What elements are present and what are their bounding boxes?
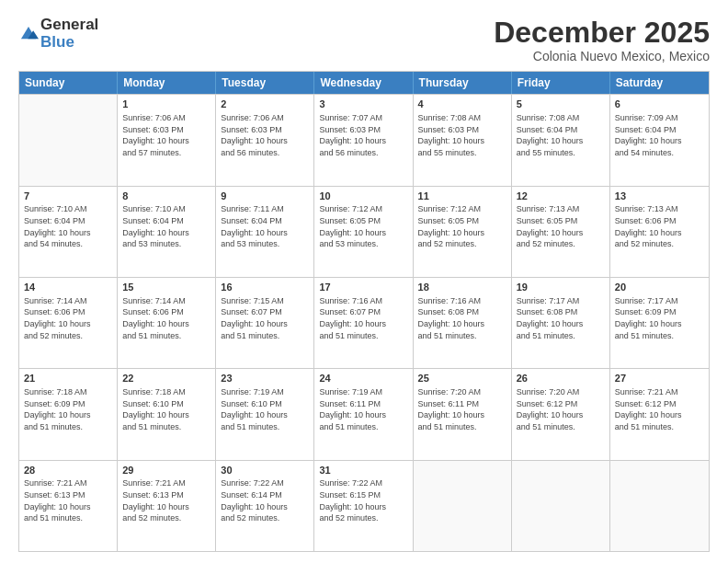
calendar-cell xyxy=(512,461,610,551)
calendar-cell: 12Sunrise: 7:13 AM Sunset: 6:05 PM Dayli… xyxy=(512,187,610,277)
calendar-cell: 21Sunrise: 7:18 AM Sunset: 6:09 PM Dayli… xyxy=(19,369,118,459)
cell-info: Sunrise: 7:08 AM Sunset: 6:04 PM Dayligh… xyxy=(517,112,605,158)
cell-info: Sunrise: 7:21 AM Sunset: 6:13 PM Dayligh… xyxy=(24,477,112,523)
calendar-cell: 26Sunrise: 7:20 AM Sunset: 6:12 PM Dayli… xyxy=(512,369,610,459)
calendar-cell xyxy=(19,95,118,185)
calendar-cell: 11Sunrise: 7:12 AM Sunset: 6:05 PM Dayli… xyxy=(414,187,512,277)
calendar-cell: 25Sunrise: 7:20 AM Sunset: 6:11 PM Dayli… xyxy=(414,369,512,459)
day-number: 14 xyxy=(24,281,112,294)
day-number: 19 xyxy=(517,281,605,294)
day-number: 6 xyxy=(615,98,704,111)
day-number: 8 xyxy=(122,190,210,203)
cell-info: Sunrise: 7:17 AM Sunset: 6:08 PM Dayligh… xyxy=(517,295,605,341)
cell-info: Sunrise: 7:09 AM Sunset: 6:04 PM Dayligh… xyxy=(615,112,704,158)
cell-info: Sunrise: 7:20 AM Sunset: 6:12 PM Dayligh… xyxy=(517,386,605,432)
calendar-cell: 27Sunrise: 7:21 AM Sunset: 6:12 PM Dayli… xyxy=(610,369,709,459)
cell-info: Sunrise: 7:07 AM Sunset: 6:03 PM Dayligh… xyxy=(319,112,407,158)
cell-info: Sunrise: 7:10 AM Sunset: 6:04 PM Dayligh… xyxy=(24,203,112,249)
calendar-cell: 15Sunrise: 7:14 AM Sunset: 6:06 PM Dayli… xyxy=(118,278,216,368)
cell-info: Sunrise: 7:16 AM Sunset: 6:08 PM Dayligh… xyxy=(418,295,506,341)
day-number: 15 xyxy=(122,281,210,294)
day-number: 30 xyxy=(221,464,309,477)
cell-info: Sunrise: 7:21 AM Sunset: 6:13 PM Dayligh… xyxy=(122,477,210,523)
cell-info: Sunrise: 7:12 AM Sunset: 6:05 PM Dayligh… xyxy=(418,203,506,249)
calendar-cell: 5Sunrise: 7:08 AM Sunset: 6:04 PM Daylig… xyxy=(512,95,610,185)
cell-info: Sunrise: 7:15 AM Sunset: 6:07 PM Dayligh… xyxy=(221,295,309,341)
calendar-cell: 14Sunrise: 7:14 AM Sunset: 6:06 PM Dayli… xyxy=(19,278,118,368)
calendar-week-row: 28Sunrise: 7:21 AM Sunset: 6:13 PM Dayli… xyxy=(19,460,709,551)
day-number: 27 xyxy=(615,372,704,385)
logo-icon xyxy=(18,24,39,44)
day-number: 22 xyxy=(122,372,210,385)
calendar-cell: 1Sunrise: 7:06 AM Sunset: 6:03 PM Daylig… xyxy=(118,95,216,185)
day-number: 24 xyxy=(319,372,407,385)
cell-info: Sunrise: 7:19 AM Sunset: 6:11 PM Dayligh… xyxy=(319,386,407,432)
calendar-cell: 10Sunrise: 7:12 AM Sunset: 6:05 PM Dayli… xyxy=(314,187,413,277)
calendar-header-row: SundayMondayTuesdayWednesdayThursdayFrid… xyxy=(19,72,709,94)
cell-info: Sunrise: 7:17 AM Sunset: 6:09 PM Dayligh… xyxy=(615,295,704,341)
day-number: 9 xyxy=(221,190,309,203)
calendar-header-cell: Wednesday xyxy=(314,72,413,94)
day-number: 16 xyxy=(221,281,309,294)
day-number: 10 xyxy=(319,190,407,203)
calendar-cell: 2Sunrise: 7:06 AM Sunset: 6:03 PM Daylig… xyxy=(216,95,314,185)
calendar-cell: 18Sunrise: 7:16 AM Sunset: 6:08 PM Dayli… xyxy=(414,278,512,368)
day-number: 17 xyxy=(319,281,407,294)
calendar-cell: 31Sunrise: 7:22 AM Sunset: 6:15 PM Dayli… xyxy=(314,461,413,551)
day-number: 23 xyxy=(221,372,309,385)
day-number: 13 xyxy=(615,190,704,203)
cell-info: Sunrise: 7:13 AM Sunset: 6:06 PM Dayligh… xyxy=(615,203,704,249)
logo-blue: Blue xyxy=(40,34,98,52)
calendar-cell: 20Sunrise: 7:17 AM Sunset: 6:09 PM Dayli… xyxy=(610,278,709,368)
calendar-week-row: 7Sunrise: 7:10 AM Sunset: 6:04 PM Daylig… xyxy=(19,186,709,277)
page: General Blue December 2025 Colonia Nuevo… xyxy=(0,0,728,563)
day-number: 20 xyxy=(615,281,704,294)
day-number: 21 xyxy=(24,372,112,385)
calendar-cell: 22Sunrise: 7:18 AM Sunset: 6:10 PM Dayli… xyxy=(118,369,216,459)
calendar-header-cell: Sunday xyxy=(19,72,118,94)
calendar-cell: 6Sunrise: 7:09 AM Sunset: 6:04 PM Daylig… xyxy=(610,95,709,185)
calendar-header-cell: Tuesday xyxy=(216,72,314,94)
day-number: 31 xyxy=(319,464,407,477)
calendar-cell: 28Sunrise: 7:21 AM Sunset: 6:13 PM Dayli… xyxy=(19,461,118,551)
subtitle: Colonia Nuevo Mexico, Mexico xyxy=(494,49,710,63)
cell-info: Sunrise: 7:13 AM Sunset: 6:05 PM Dayligh… xyxy=(517,203,605,249)
day-number: 12 xyxy=(517,190,605,203)
day-number: 28 xyxy=(24,464,112,477)
calendar-cell: 7Sunrise: 7:10 AM Sunset: 6:04 PM Daylig… xyxy=(19,187,118,277)
calendar-cell: 23Sunrise: 7:19 AM Sunset: 6:10 PM Dayli… xyxy=(216,369,314,459)
day-number: 7 xyxy=(24,190,112,203)
logo: General Blue xyxy=(18,17,98,51)
calendar-header-cell: Monday xyxy=(118,72,216,94)
cell-info: Sunrise: 7:10 AM Sunset: 6:04 PM Dayligh… xyxy=(122,203,210,249)
calendar-week-row: 14Sunrise: 7:14 AM Sunset: 6:06 PM Dayli… xyxy=(19,277,709,368)
day-number: 11 xyxy=(418,190,506,203)
cell-info: Sunrise: 7:06 AM Sunset: 6:03 PM Dayligh… xyxy=(122,112,210,158)
day-number: 25 xyxy=(418,372,506,385)
cell-info: Sunrise: 7:11 AM Sunset: 6:04 PM Dayligh… xyxy=(221,203,309,249)
calendar-cell: 24Sunrise: 7:19 AM Sunset: 6:11 PM Dayli… xyxy=(314,369,413,459)
cell-info: Sunrise: 7:14 AM Sunset: 6:06 PM Dayligh… xyxy=(24,295,112,341)
day-number: 3 xyxy=(319,98,407,111)
title-block: December 2025 Colonia Nuevo Mexico, Mexi… xyxy=(494,17,710,63)
calendar-cell: 16Sunrise: 7:15 AM Sunset: 6:07 PM Dayli… xyxy=(216,278,314,368)
calendar-cell: 17Sunrise: 7:16 AM Sunset: 6:07 PM Dayli… xyxy=(314,278,413,368)
cell-info: Sunrise: 7:14 AM Sunset: 6:06 PM Dayligh… xyxy=(122,295,210,341)
calendar-week-row: 21Sunrise: 7:18 AM Sunset: 6:09 PM Dayli… xyxy=(19,368,709,459)
calendar-cell: 29Sunrise: 7:21 AM Sunset: 6:13 PM Dayli… xyxy=(118,461,216,551)
calendar-header-cell: Saturday xyxy=(610,72,709,94)
cell-info: Sunrise: 7:22 AM Sunset: 6:14 PM Dayligh… xyxy=(221,477,309,523)
cell-info: Sunrise: 7:18 AM Sunset: 6:09 PM Dayligh… xyxy=(24,386,112,432)
cell-info: Sunrise: 7:21 AM Sunset: 6:12 PM Dayligh… xyxy=(615,386,704,432)
day-number: 1 xyxy=(122,98,210,111)
calendar-cell: 8Sunrise: 7:10 AM Sunset: 6:04 PM Daylig… xyxy=(118,187,216,277)
calendar-cell: 3Sunrise: 7:07 AM Sunset: 6:03 PM Daylig… xyxy=(314,95,413,185)
logo-text: General Blue xyxy=(40,17,98,51)
calendar-cell: 9Sunrise: 7:11 AM Sunset: 6:04 PM Daylig… xyxy=(216,187,314,277)
cell-info: Sunrise: 7:18 AM Sunset: 6:10 PM Dayligh… xyxy=(122,386,210,432)
cell-info: Sunrise: 7:19 AM Sunset: 6:10 PM Dayligh… xyxy=(221,386,309,432)
calendar-body: 1Sunrise: 7:06 AM Sunset: 6:03 PM Daylig… xyxy=(19,94,709,551)
calendar-cell: 13Sunrise: 7:13 AM Sunset: 6:06 PM Dayli… xyxy=(610,187,709,277)
cell-info: Sunrise: 7:22 AM Sunset: 6:15 PM Dayligh… xyxy=(319,477,407,523)
day-number: 5 xyxy=(517,98,605,111)
